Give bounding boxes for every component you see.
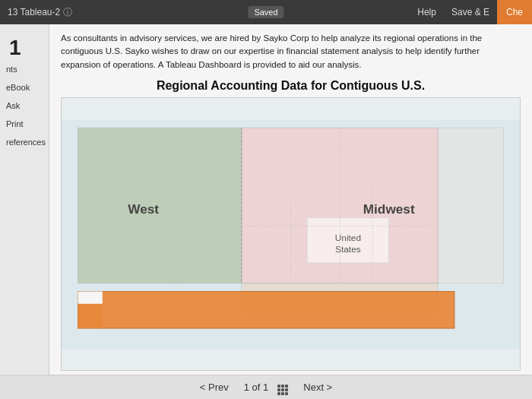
- saved-badge: Saved: [248, 6, 283, 18]
- question-number: 1: [0, 32, 49, 60]
- svg-text:West: West: [128, 201, 159, 217]
- che-button[interactable]: Che: [497, 0, 532, 24]
- help-button[interactable]: Help: [410, 7, 444, 17]
- map-container[interactable]: West Midwest United States: [61, 97, 521, 371]
- info-icon: ⓘ: [63, 6, 72, 19]
- tab-title: 13 Tableau-2: [8, 7, 60, 17]
- sidebar: 1 nts eBook Ask Print references: [0, 24, 49, 375]
- bottom-navigation: < Prev 1 of 1 Next >: [0, 375, 532, 399]
- grid-icon[interactable]: [277, 379, 288, 395]
- top-right-actions: Help Save & E Che: [410, 0, 532, 24]
- save-button[interactable]: Save & E: [444, 7, 497, 17]
- prev-button[interactable]: < Prev: [194, 379, 235, 395]
- sidebar-item-references[interactable]: references: [0, 133, 49, 151]
- svg-text:United: United: [335, 232, 361, 242]
- main-wrapper: 1 nts eBook Ask Print references As cons…: [0, 24, 532, 375]
- sidebar-item-ask[interactable]: Ask: [0, 97, 49, 115]
- svg-marker-9: [78, 291, 454, 328]
- svg-text:Midwest: Midwest: [363, 201, 415, 217]
- grid-dots: [277, 385, 288, 395]
- sidebar-item-ebook[interactable]: eBook: [0, 78, 49, 97]
- sidebar-item-print[interactable]: Print: [0, 115, 49, 133]
- svg-marker-10: [78, 303, 103, 328]
- svg-marker-1: [78, 128, 242, 283]
- svg-marker-11: [78, 291, 103, 303]
- svg-text:States: States: [335, 244, 361, 255]
- page-info: 1 of 1: [244, 382, 269, 393]
- top-bar: 13 Tableau-2 ⓘ Saved Help Save & E Che: [0, 0, 532, 24]
- map-svg: West Midwest United States: [62, 98, 520, 370]
- next-button[interactable]: Next >: [297, 379, 338, 395]
- chart-section: Regional Accounting Data for Contiguous …: [61, 79, 521, 371]
- content-area: As consultants in advisory services, we …: [49, 24, 532, 375]
- chart-title: Regional Accounting Data for Contiguous …: [157, 79, 425, 93]
- sidebar-item-nts[interactable]: nts: [0, 60, 49, 78]
- svg-marker-12: [438, 128, 503, 283]
- intro-text: As consultants in advisory services, we …: [61, 32, 521, 71]
